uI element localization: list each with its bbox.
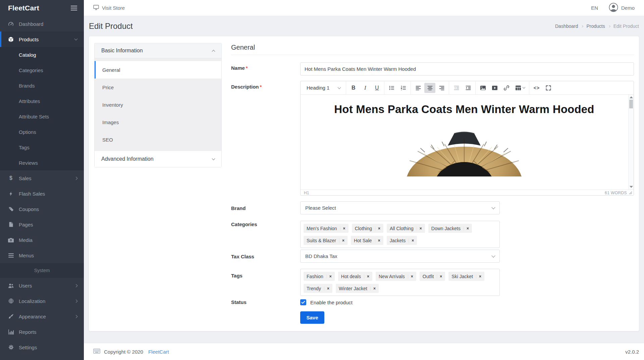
editor-scrollbar[interactable]	[628, 95, 634, 190]
sidebar-item-dashboard[interactable]: Dashboard	[0, 16, 84, 32]
name-input[interactable]	[300, 62, 634, 75]
brush-icon	[8, 314, 14, 319]
sidebar: FleetCart Dashboard Products Catalog Cat…	[0, 0, 84, 360]
remove-chip-icon[interactable]: ×	[324, 287, 329, 291]
sidebar-subitem-brands[interactable]: Brands	[0, 78, 84, 93]
brand-select[interactable]: Please Select	[300, 201, 500, 214]
bold-button[interactable]: B	[348, 83, 359, 93]
sidebar-item-label: Menus	[19, 253, 34, 258]
section-tab-general[interactable]: General	[95, 61, 221, 79]
remove-chip-icon[interactable]: ×	[370, 287, 376, 291]
sidebar-item-label: Dashboard	[19, 21, 43, 27]
remove-chip-icon[interactable]: ×	[375, 226, 380, 230]
remove-chip-icon[interactable]: ×	[339, 239, 344, 243]
advanced-information-accordion[interactable]: Advanced Information	[95, 151, 221, 167]
indent-button[interactable]	[463, 83, 474, 93]
section-tab-price[interactable]: Price	[95, 79, 221, 96]
sidebar-item-appearance[interactable]: Appearance	[0, 309, 84, 324]
tax-class-select[interactable]: BD Dhaka Tax	[300, 250, 500, 263]
insert-image-button[interactable]	[477, 83, 488, 93]
scroll-up-icon[interactable]	[630, 96, 633, 98]
breadcrumb-products[interactable]: Products	[586, 23, 605, 29]
resize-grip[interactable]	[629, 191, 632, 195]
chevron-right-icon	[74, 315, 78, 318]
sidebar-item-reports[interactable]: Reports	[0, 324, 84, 340]
basic-information-accordion[interactable]: Basic Information	[95, 43, 221, 58]
remove-chip-icon[interactable]: ×	[476, 274, 481, 278]
remove-chip-icon[interactable]: ×	[375, 239, 380, 243]
avatar	[609, 3, 618, 13]
align-center-button[interactable]	[424, 83, 435, 93]
sidebar-subitem-reviews[interactable]: Reviews	[0, 155, 84, 170]
insert-table-button[interactable]	[513, 83, 527, 93]
sidebar-subitem-catalog[interactable]: Catalog	[0, 47, 84, 62]
underline-button[interactable]: U	[371, 83, 382, 93]
heading-style-select[interactable]: Heading 1	[302, 85, 344, 91]
sidebar-item-label: Reports	[19, 329, 37, 335]
remove-chip-icon[interactable]: ×	[417, 226, 422, 230]
remove-chip-icon[interactable]: ×	[409, 239, 414, 243]
sidebar-item-pages[interactable]: Pages	[0, 217, 84, 232]
remove-chip-icon[interactable]: ×	[340, 226, 345, 230]
section-tab-images[interactable]: Images	[95, 113, 221, 131]
remove-chip-icon[interactable]: ×	[326, 274, 332, 278]
section-heading: General	[231, 44, 255, 51]
sidebar-subitem-categories[interactable]: Categories	[0, 62, 84, 78]
remove-chip-icon[interactable]: ×	[437, 274, 442, 278]
categories-input[interactable]: Men's Fashion× Clothing× All Clothing× D…	[300, 221, 500, 248]
users-icon	[8, 283, 14, 289]
outdent-button[interactable]	[451, 83, 462, 93]
sidebar-toggle-icon[interactable]	[71, 4, 77, 12]
scrollbar-thumb[interactable]	[629, 100, 633, 108]
sidebar-item-users[interactable]: Users	[0, 278, 84, 293]
sidebar-item-coupons[interactable]: Coupons	[0, 201, 84, 217]
remove-chip-icon[interactable]: ×	[408, 274, 413, 278]
sidebar-subitem-attribute-sets[interactable]: Attribute Sets	[0, 109, 84, 124]
fullscreen-button[interactable]	[543, 83, 554, 93]
section-tab-seo[interactable]: SEO	[95, 131, 221, 148]
italic-button[interactable]: I	[360, 83, 371, 93]
footer-brand-link[interactable]: FleetCart	[148, 349, 169, 355]
sidebar-item-label: Coupons	[19, 206, 39, 212]
topbar-right: EN Demo	[591, 3, 635, 13]
numbered-list-button[interactable]	[398, 83, 409, 93]
description-editor-body[interactable]: Hot Mens Parka Coats Men Winter Warm Hoo…	[301, 95, 634, 190]
categories-label: Categories	[231, 221, 257, 227]
chevron-down-icon	[212, 157, 215, 160]
insert-link-button[interactable]	[501, 83, 512, 93]
sections-panel: Basic Information General Price Inventor…	[94, 43, 222, 167]
required-asterisk: *	[246, 65, 248, 71]
tax-class-value: BD Dhaka Tax	[305, 253, 337, 259]
sidebar-item-flash-sales[interactable]: Flash Sales	[0, 186, 84, 201]
chevron-down-icon	[523, 86, 525, 89]
tags-input[interactable]: Fashion× Hot deals× New Arrivals× Outfit…	[300, 269, 500, 296]
remove-chip-icon[interactable]: ×	[364, 274, 369, 278]
chevron-up-icon	[212, 50, 215, 53]
user-menu[interactable]: Demo	[609, 3, 635, 13]
sidebar-subitem-tags[interactable]: Tags	[0, 140, 84, 155]
bullet-list-button[interactable]	[386, 83, 397, 93]
save-button[interactable]: Save	[300, 311, 324, 324]
language-selector[interactable]: EN	[591, 5, 598, 11]
section-tab-inventory[interactable]: Inventory	[95, 96, 221, 113]
sidebar-item-sales[interactable]: $ Sales	[0, 170, 84, 186]
insert-video-button[interactable]	[489, 83, 500, 93]
code-view-button[interactable]: <>	[531, 83, 542, 93]
breadcrumb-dashboard[interactable]: Dashboard	[555, 23, 578, 29]
align-right-button[interactable]	[436, 83, 447, 93]
visit-store-link[interactable]: Visit Store	[93, 5, 125, 11]
description-label: Description*	[231, 84, 262, 90]
align-left-button[interactable]	[413, 83, 424, 93]
sidebar-subitem-attributes[interactable]: Attributes	[0, 93, 84, 109]
sidebar-item-menus[interactable]: Menus	[0, 248, 84, 263]
status-checkbox-label[interactable]: Enable the product	[310, 300, 353, 305]
scroll-down-icon[interactable]	[630, 186, 633, 188]
sidebar-item-products[interactable]: Products	[0, 32, 84, 47]
sidebar-subitem-options[interactable]: Options	[0, 124, 84, 140]
sidebar-item-settings[interactable]: Settings	[0, 340, 84, 355]
sidebar-item-localization[interactable]: Localization	[0, 293, 84, 309]
status-checkbox[interactable]	[300, 299, 306, 305]
remove-chip-icon[interactable]: ×	[464, 226, 469, 230]
tag-chip: Winter Jacket×	[336, 284, 379, 293]
sidebar-item-media[interactable]: Media	[0, 232, 84, 248]
